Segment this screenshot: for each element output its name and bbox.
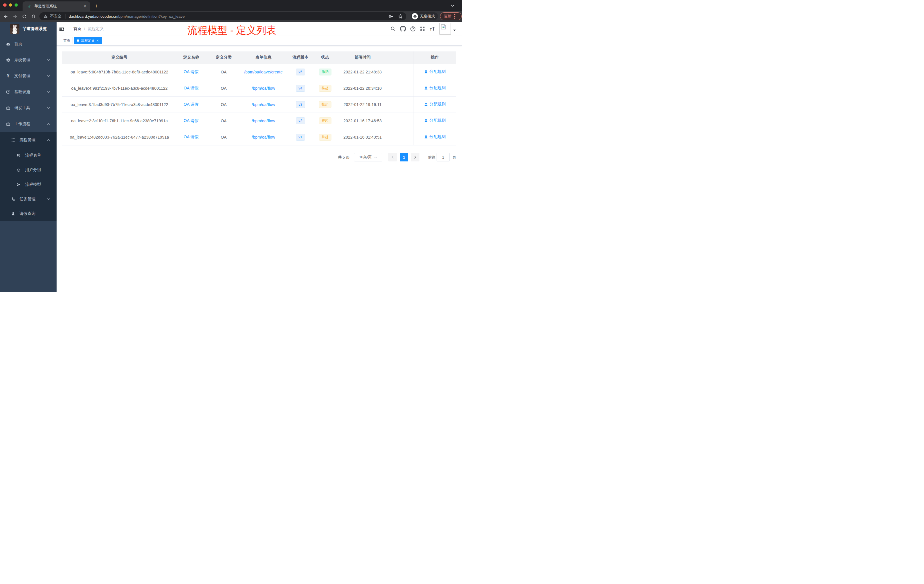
- sidebar-item-devtools[interactable]: 研发工具: [0, 100, 56, 116]
- assign-rule-button[interactable]: 分配规则: [424, 118, 446, 123]
- sidebar-item-label: 支付管理: [14, 73, 30, 79]
- tab-close-icon[interactable]: ×: [83, 4, 87, 8]
- search-icon[interactable]: [390, 26, 396, 32]
- cell-deploy-time: 2022-01-16 01:40:51: [335, 129, 391, 145]
- cell-name[interactable]: OA 请假: [177, 112, 206, 129]
- back-button[interactable]: [3, 14, 8, 19]
- new-tab-button[interactable]: +: [93, 3, 99, 9]
- sidebar-item-label: 研发工具: [14, 106, 30, 111]
- font-size-icon[interactable]: TT: [429, 26, 436, 32]
- sidebar-item-workflow[interactable]: 工作流程: [0, 116, 56, 132]
- sidebar-toggle-icon[interactable]: [59, 26, 64, 31]
- page-size-select[interactable]: 10条/页: [354, 153, 382, 162]
- next-page-button[interactable]: [411, 153, 419, 162]
- cell-deploy-time: 2022-01-22 19:19:11: [335, 96, 391, 112]
- reload-button[interactable]: [22, 14, 27, 19]
- tab-search-chevron-icon[interactable]: [450, 4, 455, 8]
- app-root: 芋道管理系统 首页 系统管理 ¥ 支付管理: [0, 22, 462, 292]
- close-window-button[interactable]: [3, 3, 7, 7]
- cell-form[interactable]: /bpm/oa/flow: [242, 129, 285, 145]
- assign-rule-button[interactable]: 分配规则: [424, 86, 446, 91]
- fullscreen-icon[interactable]: [419, 26, 426, 32]
- url-host: dashboard.yudao.iocoder.cn: [69, 14, 117, 18]
- cell-id: oa_leave:3:1fad3d93-7b75-11ec-a3c8-acde4…: [62, 96, 177, 112]
- sidebar-item-leave-query[interactable]: 请假查询: [0, 206, 56, 221]
- avatar[interactable]: [439, 23, 451, 35]
- cell-form[interactable]: /bpm/oa/flow: [242, 112, 285, 129]
- gear-icon: [6, 58, 10, 62]
- chevron-up-icon: [47, 138, 50, 142]
- col-form: 表单信息: [242, 51, 285, 64]
- sidebar-item-process-mgmt[interactable]: 流程管理: [0, 132, 56, 148]
- sidebar-item-process-model[interactable]: 流程模型: [0, 177, 56, 192]
- cell-action: 分配规则: [413, 112, 456, 129]
- assign-rule-button[interactable]: 分配规则: [424, 134, 446, 139]
- cell-name[interactable]: OA 请假: [177, 64, 206, 80]
- address-bar[interactable]: 不安全 dashboard.yudao.iocoder.cn/bpm/manag…: [40, 12, 406, 20]
- chevron-down-icon: [47, 106, 50, 110]
- zoom-window-button[interactable]: [15, 3, 18, 7]
- table-row: oa_leave:2:3c1f0ef1-76b1-11ec-9c66-a2380…: [62, 112, 456, 129]
- col-action: 操作: [413, 51, 456, 64]
- breadcrumb-separator: /: [84, 26, 85, 31]
- avatar-dropdown-caret-icon[interactable]: [453, 29, 456, 31]
- browser-tab[interactable]: 芋道管理系统 ×: [23, 2, 90, 11]
- security-label[interactable]: 不安全: [50, 14, 62, 19]
- main-panel: 首页 / 流程定义 流程模型 - 定义列表 TT: [56, 22, 462, 292]
- cell-id: oa_leave:4:991f2193-7b7f-11ec-a3c8-acde4…: [62, 80, 177, 96]
- minimize-window-button[interactable]: [9, 3, 12, 7]
- col-version: 流程版本: [285, 51, 316, 64]
- sidebar-item-system[interactable]: 系统管理: [0, 52, 56, 68]
- github-icon[interactable]: [400, 26, 406, 32]
- prev-page-button[interactable]: [388, 153, 397, 162]
- breadcrumb-home[interactable]: 首页: [73, 26, 81, 31]
- breadcrumb: 首页 / 流程定义: [73, 26, 104, 31]
- cell-form[interactable]: /bpm/oa/leave/create: [242, 64, 285, 80]
- help-icon[interactable]: [410, 26, 416, 32]
- sidebar-item-home[interactable]: 首页: [0, 36, 56, 52]
- page-number-1[interactable]: 1: [400, 153, 408, 162]
- sidebar-item-process-form[interactable]: 流程表单: [0, 148, 56, 163]
- col-status: 状态: [316, 51, 335, 64]
- goto-page-input[interactable]: 1: [437, 153, 450, 162]
- cell-name[interactable]: OA 请假: [177, 80, 206, 96]
- assign-rule-button[interactable]: 分配规则: [424, 69, 446, 74]
- bookmark-star-icon[interactable]: [398, 14, 403, 19]
- tag-active[interactable]: 流程定义 ×: [74, 37, 102, 44]
- forward-button[interactable]: [13, 14, 18, 19]
- version-badge: v5: [296, 69, 305, 76]
- sidebar-item-task-mgmt[interactable]: 任务管理: [0, 192, 56, 206]
- cell-action: 分配规则: [413, 64, 456, 80]
- incognito-icon: [412, 13, 418, 20]
- sidebar-item-payment[interactable]: ¥ 支付管理: [0, 68, 56, 84]
- monitor-icon: [6, 90, 10, 94]
- cell-form[interactable]: /bpm/oa/flow: [242, 80, 285, 96]
- goto-label: 前往: [428, 155, 436, 160]
- sidebar-item-user-group[interactable]: 用户分组: [0, 163, 56, 177]
- tag-close-icon[interactable]: ×: [96, 39, 100, 43]
- assign-rule-button[interactable]: 分配规则: [424, 102, 446, 107]
- cell-action: 分配规则: [413, 96, 456, 112]
- password-key-icon[interactable]: [389, 14, 393, 19]
- paper-plane-icon: [16, 183, 21, 186]
- sidebar-logo[interactable]: 芋道管理系统: [0, 22, 56, 36]
- cell-deploy-time: 2022-01-22 20:34:10: [335, 80, 391, 96]
- home-button[interactable]: [31, 14, 36, 19]
- cell-id: oa_leave:1:482ec033-762a-11ec-8477-a2380…: [62, 129, 177, 145]
- macos-traffic-lights: [3, 3, 18, 7]
- page-url[interactable]: dashboard.yudao.iocoder.cn/bpm/manager/d…: [69, 14, 185, 18]
- user-icon: [424, 119, 428, 122]
- browser-update-button[interactable]: 更新: [440, 12, 462, 20]
- chevron-right-icon: [413, 155, 417, 159]
- browser-menu-kebab-icon[interactable]: [454, 14, 455, 19]
- cell-form[interactable]: /bpm/oa/flow: [242, 96, 285, 112]
- tag-home[interactable]: 首页: [61, 37, 73, 44]
- sidebar-item-infra[interactable]: 基础设施: [0, 84, 56, 100]
- status-badge: 挂起: [319, 134, 332, 140]
- sidebar-item-label: 系统管理: [14, 58, 30, 63]
- cell-name[interactable]: OA 请假: [177, 96, 206, 112]
- cell-name[interactable]: OA 请假: [177, 129, 206, 145]
- version-badge: v3: [296, 101, 305, 108]
- annotation-text: 流程模型 - 定义列表: [187, 25, 276, 36]
- update-label[interactable]: 更新: [444, 14, 451, 19]
